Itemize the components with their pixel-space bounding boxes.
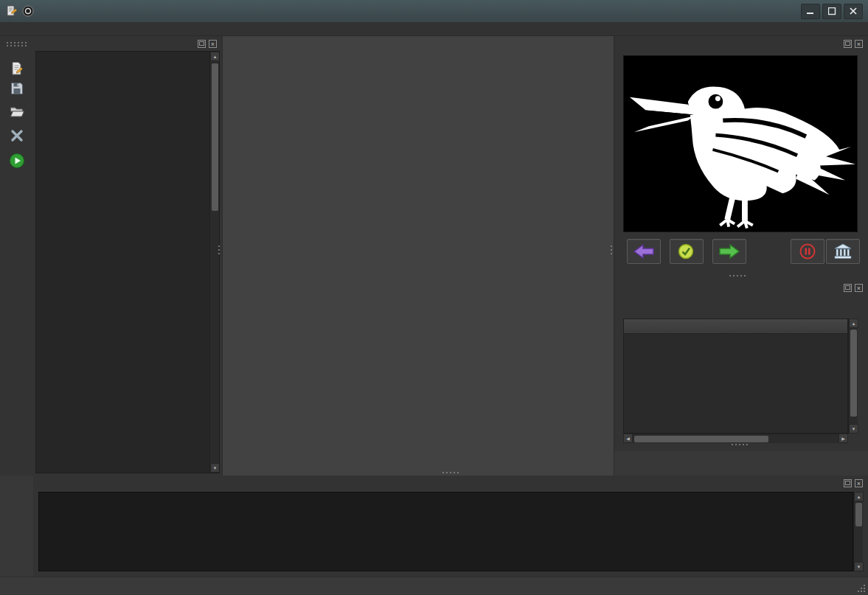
open-project-button[interactable]: [7, 102, 26, 121]
log-output[interactable]: [38, 492, 853, 571]
resources-table: [623, 319, 848, 434]
left-toolbar: [0, 36, 33, 476]
float-panel-icon[interactable]: [844, 284, 852, 292]
float-panel-icon[interactable]: [198, 40, 206, 48]
emulator-panel: ×: [614, 36, 868, 280]
scroll-right-arrow[interactable]: ▶: [839, 434, 848, 443]
close-panel-icon[interactable]: ×: [209, 40, 217, 48]
splitter-handle[interactable]: [218, 246, 220, 254]
resize-grip[interactable]: [856, 583, 865, 592]
table-horizontal-scrollbar[interactable]: ◀ ▶: [623, 434, 848, 443]
close-panel-icon[interactable]: ×: [855, 479, 863, 487]
maximize-button[interactable]: [822, 4, 841, 19]
run-icon: [9, 153, 25, 169]
script-editor[interactable]: ▲ ▼: [35, 51, 220, 473]
new-script-icon: [10, 61, 24, 76]
pause-button[interactable]: [791, 239, 824, 264]
new-script-button[interactable]: [7, 59, 26, 77]
scroll-thumb[interactable]: [855, 503, 862, 526]
script-editor-panel: × ▲ ▼: [33, 36, 222, 476]
splitter-handle[interactable]: [732, 444, 748, 445]
float-panel-icon[interactable]: [844, 479, 852, 487]
scroll-down-arrow[interactable]: ▼: [849, 424, 858, 434]
app-icon: [5, 5, 17, 17]
home-icon: [834, 243, 852, 260]
logs-vertical-scrollbar[interactable]: ▲ ▼: [853, 492, 863, 571]
story-resources-panel: × ▲ ▼ ◀ ▶: [614, 280, 868, 451]
left-arrow-icon: [633, 244, 654, 259]
table-header: [624, 319, 847, 334]
scroll-thumb[interactable]: [634, 436, 768, 442]
splitter-handle[interactable]: [442, 472, 459, 473]
node-graph-canvas[interactable]: [222, 36, 614, 476]
check-icon: [678, 243, 695, 260]
pause-icon: [799, 243, 816, 260]
float-panel-icon[interactable]: [844, 40, 852, 48]
close-panel-icon[interactable]: ×: [855, 284, 863, 292]
close-project-button[interactable]: [7, 126, 26, 145]
menu-bar: [0, 22, 868, 36]
app-logo-icon: [22, 5, 34, 17]
table-vertical-scrollbar[interactable]: ▲ ▼: [848, 319, 858, 434]
splitter-handle[interactable]: [611, 246, 612, 254]
splitter-handle[interactable]: [729, 275, 746, 276]
status-bar: [0, 577, 868, 595]
scroll-down-arrow[interactable]: ▼: [210, 463, 220, 473]
right-arrow-icon: [719, 244, 740, 259]
open-folder-icon: [10, 105, 24, 119]
close-button[interactable]: [844, 4, 863, 19]
save-icon: [10, 81, 24, 96]
scroll-left-arrow[interactable]: ◀: [623, 434, 633, 443]
scroll-thumb[interactable]: [212, 63, 218, 211]
scroll-down-arrow[interactable]: ▼: [854, 562, 864, 571]
scroll-up-arrow[interactable]: ▲: [849, 319, 858, 328]
minimize-button[interactable]: [801, 4, 820, 19]
emulator-screen: [623, 55, 858, 232]
bird-image: [624, 55, 857, 232]
toolbar-grip[interactable]: [7, 42, 27, 44]
editor-vertical-scrollbar[interactable]: ▲ ▼: [209, 52, 219, 473]
forward-button[interactable]: [712, 239, 746, 264]
window-controls: [801, 4, 863, 19]
scroll-thumb[interactable]: [850, 330, 857, 417]
save-button[interactable]: [7, 79, 26, 97]
scroll-up-arrow[interactable]: ▲: [854, 492, 864, 501]
toolbar-grip[interactable]: [7, 45, 27, 46]
back-button[interactable]: [627, 239, 661, 264]
scroll-up-arrow[interactable]: ▲: [210, 52, 220, 61]
run-button[interactable]: [7, 151, 26, 170]
logs-panel: × ▲ ▼: [33, 476, 868, 577]
close-panel-icon[interactable]: ×: [855, 40, 863, 48]
cut-icon: [10, 128, 24, 143]
ok-button[interactable]: [670, 239, 704, 264]
home-button[interactable]: [826, 239, 860, 264]
title-bar[interactable]: [0, 0, 868, 22]
app-window: × ▲ ▼ ×: [0, 0, 868, 595]
